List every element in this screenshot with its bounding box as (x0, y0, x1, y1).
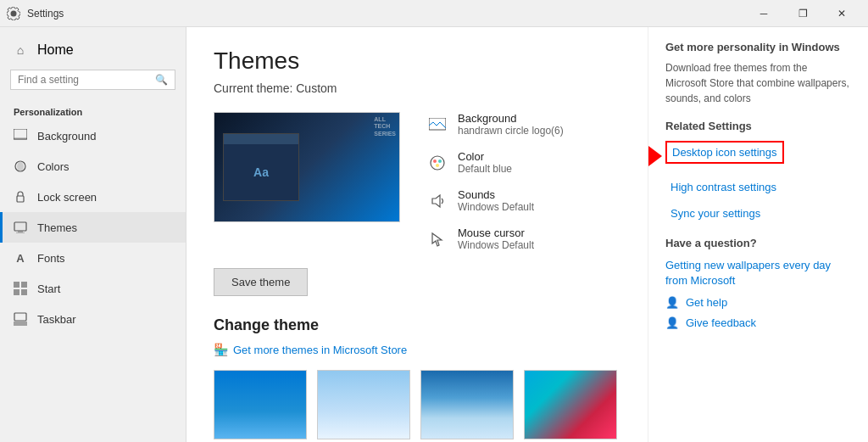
personality-text: Download free themes from the Microsoft … (665, 60, 851, 106)
sidebar-item-themes[interactable]: Themes (0, 212, 186, 243)
svg-rect-11 (14, 322, 27, 326)
get-help-label: Get help (686, 296, 727, 309)
arrow-indicator: Desktop icon settings (665, 141, 851, 171)
theme-card-windows[interactable]: Windows 1 images (214, 370, 307, 442)
color-setting-name: Color (458, 150, 512, 163)
sidebar-fonts-label: Fonts (37, 252, 65, 265)
color-setting-icon (427, 153, 448, 173)
titlebar: Settings ─ ❐ ✕ (0, 0, 868, 27)
preview-window: Aa (223, 133, 299, 201)
search-input[interactable] (18, 74, 150, 86)
svg-rect-10 (21, 289, 27, 295)
change-theme-title: Change theme (214, 316, 620, 334)
fonts-icon: A (14, 251, 27, 265)
getting-wallpapers-link[interactable]: Getting new wallpapers every day from Mi… (665, 258, 851, 288)
page-title: Themes (214, 48, 620, 75)
svg-rect-7 (14, 282, 19, 288)
sidebar-start-label: Start (37, 283, 60, 295)
background-icon (14, 129, 27, 143)
mouse-cursor-setting-value: Windows Default (458, 239, 534, 251)
theme-settings: Background handrawn circle logo(6) Color… (427, 112, 620, 251)
sidebar-item-fonts[interactable]: A Fonts (0, 243, 186, 273)
background-setting-name: Background (458, 112, 564, 125)
get-help-link[interactable]: 👤 Get help (665, 295, 851, 309)
save-theme-button[interactable]: Save theme (214, 268, 308, 296)
sidebar-section-label: Personalization (0, 100, 186, 120)
theme-preview-image: Aa ALLTECHSERIES (214, 112, 400, 222)
main-content: Themes Current theme: Custom Aa ALLTECHS… (186, 27, 648, 442)
color-setting[interactable]: Color Default blue (427, 150, 620, 175)
sync-settings-link[interactable]: Sync your settings (665, 204, 851, 223)
svg-marker-18 (432, 195, 440, 207)
mouse-cursor-setting-info: Mouse cursor Windows Default (458, 227, 534, 251)
svg-point-14 (431, 156, 444, 170)
help-icon: 👤 (665, 295, 679, 309)
svg-rect-5 (18, 231, 23, 232)
colors-icon (14, 159, 27, 173)
right-panel: Get more personality in Windows Download… (648, 27, 868, 442)
background-setting-icon (427, 115, 448, 135)
sidebar-item-taskbar[interactable]: Taskbar (0, 304, 186, 334)
color-setting-info: Color Default blue (458, 150, 512, 175)
search-icon: 🔍 (155, 74, 168, 86)
background-setting-info: Background handrawn circle logo(6) (458, 112, 564, 137)
theme-thumb-windows-light (317, 370, 410, 439)
desktop-icon-settings-link[interactable]: Desktop icon settings (665, 141, 784, 164)
svg-point-15 (433, 159, 437, 163)
svg-rect-9 (14, 289, 19, 295)
theme-thumb-windows10 (420, 370, 514, 439)
svg-rect-12 (14, 313, 26, 321)
sidebar-item-lock-screen[interactable]: Lock screen (0, 182, 186, 212)
theme-grid: Windows 1 images Windows (light) 1 image… (214, 370, 620, 442)
close-button[interactable]: ✕ (822, 0, 861, 27)
theme-card-flowers[interactable]: Flowers 6 images (524, 370, 617, 442)
svg-rect-8 (21, 282, 27, 288)
svg-point-16 (438, 159, 442, 163)
sidebar-item-colors[interactable]: Colors (0, 151, 186, 182)
sidebar-item-background[interactable]: Background (0, 120, 186, 151)
theme-preview-area: Aa ALLTECHSERIES Background handrawn cir… (214, 112, 620, 251)
background-setting[interactable]: Background handrawn circle logo(6) (427, 112, 620, 137)
sounds-setting-info: Sounds Windows Default (458, 188, 534, 213)
svg-point-17 (436, 164, 439, 167)
sidebar-search-box[interactable]: 🔍 (10, 70, 175, 90)
color-setting-value: Default blue (458, 163, 512, 175)
home-label: Home (37, 42, 74, 58)
feedback-icon: 👤 (665, 316, 679, 329)
theme-thumb-flowers (524, 370, 617, 439)
sidebar-colors-label: Colors (37, 160, 70, 173)
minimize-button[interactable]: ─ (744, 0, 783, 27)
themes-icon (14, 221, 27, 234)
settings-app-icon (7, 7, 20, 20)
app-body: ⌂ Home 🔍 Personalization Background Colo… (0, 27, 868, 442)
sidebar-lockscreen-label: Lock screen (37, 191, 97, 204)
svg-rect-6 (16, 232, 25, 233)
start-icon (14, 282, 27, 295)
store-icon: 🏪 (214, 343, 228, 356)
theme-thumb-windows (214, 370, 307, 439)
sidebar-item-start[interactable]: Start (0, 273, 186, 304)
sidebar-taskbar-label: Taskbar (37, 313, 76, 326)
give-feedback-link[interactable]: 👤 Give feedback (665, 316, 851, 329)
svg-marker-19 (432, 233, 442, 246)
titlebar-title: Settings (27, 8, 744, 20)
high-contrast-link[interactable]: High contrast settings (665, 177, 851, 197)
get-more-themes-label: Get more themes in Microsoft Store (233, 344, 407, 356)
svg-rect-4 (14, 222, 26, 231)
theme-card-windows-light[interactable]: Windows (light) 1 images (317, 370, 410, 442)
theme-card-windows10[interactable]: Windows 10 5 images (420, 370, 514, 442)
restore-button[interactable]: ❐ (783, 0, 822, 27)
current-theme-label: Current theme: Custom (214, 81, 620, 95)
sounds-setting[interactable]: Sounds Windows Default (427, 188, 620, 213)
sidebar-background-label: Background (37, 130, 96, 143)
background-setting-value: handrawn circle logo(6) (458, 125, 564, 137)
preview-text-overlay: ALLTECHSERIES (370, 113, 399, 141)
sidebar-themes-label: Themes (37, 221, 77, 234)
personality-title: Get more personality in Windows (665, 41, 851, 53)
titlebar-controls: ─ ❐ ✕ (744, 0, 861, 27)
give-feedback-label: Give feedback (686, 316, 756, 329)
sidebar-home-button[interactable]: ⌂ Home (0, 34, 186, 66)
get-more-themes-link[interactable]: 🏪 Get more themes in Microsoft Store (214, 343, 620, 356)
mouse-cursor-setting[interactable]: Mouse cursor Windows Default (427, 227, 620, 251)
taskbar-icon (14, 312, 27, 326)
